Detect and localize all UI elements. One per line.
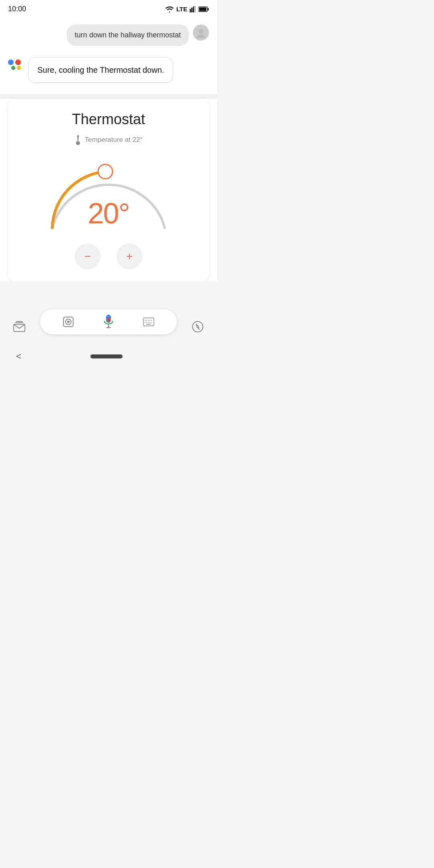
status-icons: LTE	[165, 6, 209, 12]
svg-point-8	[197, 35, 205, 38]
svg-point-7	[199, 29, 203, 34]
wifi-icon	[165, 6, 174, 12]
svg-rect-3	[194, 6, 196, 12]
thermostat-gauge: 20°	[44, 154, 173, 234]
assistant-message-row: Sure, cooling the Thermostat down.	[8, 57, 209, 83]
svg-rect-0	[190, 9, 191, 12]
thermometer-icon	[74, 134, 82, 145]
svg-rect-20	[108, 324, 109, 327]
svg-point-36	[197, 326, 199, 328]
keyboard-icon[interactable]	[141, 315, 156, 329]
dot-yellow	[17, 66, 21, 70]
thermostat-title: Thermostat	[20, 111, 197, 128]
thermostat-card: Thermostat Temperature at 22° 20°	[8, 99, 209, 281]
section-divider	[0, 94, 217, 99]
status-bar: 10:00 LTE	[0, 0, 217, 16]
home-indicator[interactable]	[90, 354, 123, 358]
dot-blue	[8, 59, 14, 65]
signal-icon	[190, 6, 196, 12]
chat-area: turn down the hallway thermostat Sure, c…	[0, 16, 217, 281]
decrease-temp-button[interactable]: −	[75, 244, 100, 269]
lens-scan-icon[interactable]	[61, 315, 76, 329]
input-bar[interactable]	[40, 309, 177, 334]
user-bubble: turn down the hallway thermostat	[67, 25, 189, 46]
microphone-icon[interactable]	[101, 314, 116, 330]
current-temperature: 20°	[88, 197, 129, 230]
svg-rect-11	[78, 137, 78, 142]
bottom-area: <	[0, 281, 217, 365]
nav-bar: <	[0, 348, 217, 365]
svg-point-17	[67, 321, 70, 323]
google-assistant-dots	[8, 59, 28, 70]
dot-red	[15, 59, 21, 65]
svg-rect-1	[191, 8, 192, 12]
svg-rect-5	[199, 7, 207, 11]
back-button[interactable]: <	[16, 351, 21, 362]
compass-icon[interactable]	[190, 319, 205, 334]
gauge-knob[interactable]	[98, 164, 113, 179]
svg-rect-6	[208, 8, 209, 10]
user-avatar	[193, 25, 209, 41]
inbox-icon[interactable]	[12, 319, 27, 334]
assistant-bubble: Sure, cooling the Thermostat down.	[28, 57, 173, 83]
increase-temp-button[interactable]: +	[117, 244, 142, 269]
lte-label: LTE	[176, 6, 187, 12]
user-message-row: turn down the hallway thermostat	[8, 25, 209, 46]
status-time: 10:00	[8, 5, 26, 13]
svg-rect-21	[106, 327, 111, 328]
temp-label-row: Temperature at 22°	[20, 134, 197, 145]
svg-rect-2	[193, 6, 194, 12]
dot-green	[11, 66, 15, 70]
battery-icon	[199, 6, 209, 12]
avatar-icon	[195, 27, 207, 38]
svg-rect-19	[107, 317, 110, 322]
temp-label: Temperature at 22°	[85, 136, 143, 144]
svg-rect-33	[146, 324, 151, 325]
temperature-controls: − +	[20, 244, 197, 269]
